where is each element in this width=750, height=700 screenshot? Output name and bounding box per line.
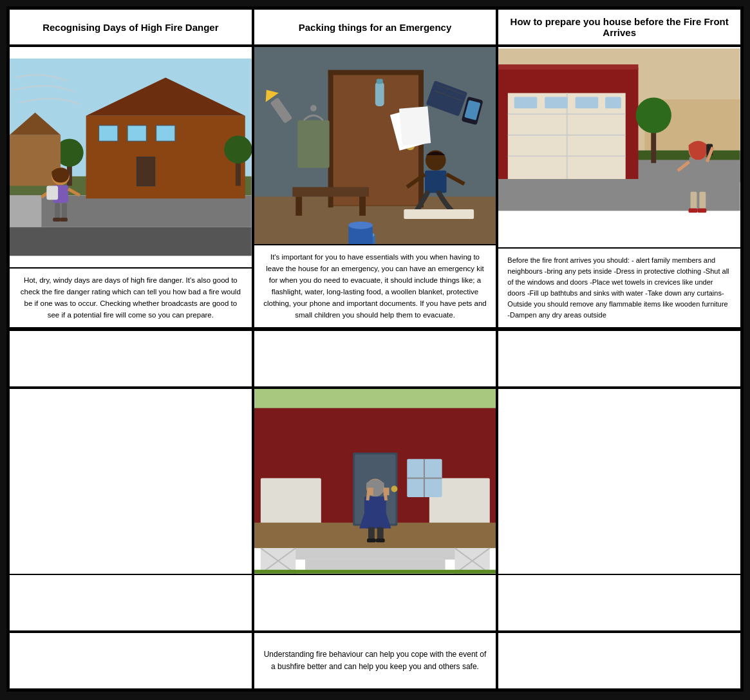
svg-point-76 [636, 97, 671, 133]
col1-row3-text [10, 574, 252, 630]
svg-rect-92 [305, 560, 445, 570]
svg-marker-110 [359, 513, 391, 529]
col3-image [498, 47, 740, 247]
col1-row3 [8, 388, 253, 632]
col2-row3-image [254, 389, 496, 574]
col1-text: Hot, dry, windy days are days of high fi… [10, 267, 252, 327]
col1-row3-image [10, 389, 252, 574]
svg-rect-50 [359, 196, 366, 216]
svg-rect-54 [425, 171, 447, 193]
svg-rect-70 [514, 97, 538, 108]
svg-rect-114 [377, 527, 383, 540]
packing-scene [254, 47, 496, 244]
person-house-scene [254, 389, 496, 574]
svg-rect-8 [127, 126, 147, 142]
svg-rect-4 [10, 195, 41, 227]
col3-text: Before the fire front arrives you should… [498, 247, 740, 327]
col3-header: How to prepare you house before the Fire… [497, 8, 742, 46]
svg-point-47 [310, 105, 317, 111]
fire-danger-scene [10, 47, 252, 267]
svg-rect-113 [368, 527, 375, 540]
svg-rect-73 [605, 97, 621, 108]
col2-bottom-text: Understanding fire behaviour can help yo… [254, 642, 496, 679]
col3-row1: Before the fire front arrives you should… [497, 46, 742, 328]
col2-row2 [253, 328, 498, 388]
svg-rect-22 [62, 203, 67, 219]
col3-row3-text [498, 574, 740, 630]
col2-text: It's important for you to have essential… [254, 244, 496, 327]
col2-bottom: Understanding fire behaviour can help yo… [253, 632, 498, 690]
svg-line-111 [368, 490, 369, 501]
svg-rect-2 [10, 195, 252, 227]
svg-rect-116 [375, 539, 384, 543]
col1-image [10, 47, 252, 267]
svg-rect-57 [404, 209, 474, 219]
svg-rect-91 [292, 548, 458, 560]
svg-rect-10 [137, 157, 155, 185]
svg-rect-77 [689, 156, 708, 191]
col3-row3-image [498, 389, 740, 574]
svg-rect-72 [576, 97, 599, 108]
svg-rect-85 [698, 208, 707, 213]
svg-line-112 [384, 490, 386, 501]
col3-row2 [497, 328, 742, 388]
svg-rect-74 [498, 64, 638, 70]
col2-row3 [253, 388, 498, 632]
col3-row3 [497, 388, 742, 632]
col2-row2-text [254, 330, 496, 386]
prepare-scene [498, 47, 740, 247]
col1-header: Recognising Days of High Fire Danger [8, 8, 253, 46]
col2-image [254, 47, 496, 244]
svg-rect-49 [295, 196, 302, 216]
svg-rect-3 [10, 227, 252, 256]
col1-bottom [8, 632, 253, 690]
svg-point-59 [348, 222, 373, 229]
svg-rect-46 [297, 120, 329, 168]
storyboard: Recognising Days of High Fire Danger Pac… [6, 6, 744, 692]
svg-rect-37 [375, 82, 384, 106]
svg-rect-48 [292, 187, 369, 196]
svg-rect-84 [689, 208, 698, 213]
col2-row1: It's important for you to have essential… [253, 46, 498, 328]
col3-row2-text [498, 330, 740, 386]
svg-rect-115 [367, 539, 376, 543]
svg-rect-24 [60, 218, 68, 222]
col1-row2 [8, 328, 253, 388]
svg-rect-82 [691, 192, 697, 210]
col1-row2-text [10, 330, 252, 386]
col3-bottom [497, 632, 742, 690]
svg-rect-23 [53, 218, 61, 222]
svg-rect-21 [55, 203, 60, 219]
svg-rect-7 [98, 126, 118, 142]
svg-rect-33 [328, 70, 423, 75]
svg-rect-25 [46, 186, 58, 200]
svg-point-14 [224, 135, 252, 163]
col1-row1: Hot, dry, windy days are days of high fi… [8, 46, 253, 328]
svg-rect-38 [376, 79, 382, 84]
col2-row3-empty [254, 574, 496, 630]
svg-rect-45 [399, 106, 431, 146]
svg-rect-83 [700, 192, 706, 210]
col2-header: Packing things for an Emergency [253, 8, 498, 46]
svg-point-102 [391, 486, 397, 493]
svg-rect-9 [156, 126, 175, 142]
svg-rect-71 [545, 97, 568, 108]
